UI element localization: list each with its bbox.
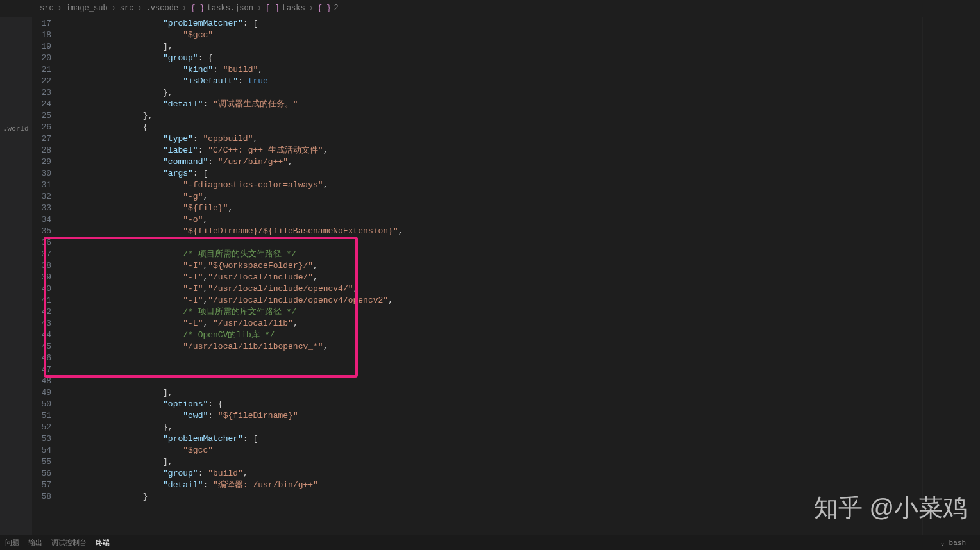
explorer-file-label[interactable]: .world [3, 125, 29, 133]
editor-main: .world _sub… 171819202122232425262728293… [0, 17, 980, 535]
code-line[interactable]: "detail": "编译器: /usr/bin/g++" [63, 479, 922, 491]
code-token: "group" [163, 53, 198, 63]
code-line[interactable]: "$gcc" [63, 29, 922, 41]
panel-tab[interactable]: 调试控制台 [51, 538, 87, 547]
code-line[interactable]: "-I","/usr/local/include/", [63, 272, 922, 283]
line-number: 33 [32, 203, 51, 214]
code-token: "label" [163, 146, 198, 155]
code-line[interactable]: ], [63, 387, 922, 399]
code-token: : [193, 134, 203, 144]
code-line[interactable] [63, 237, 922, 249]
line-number: 39 [32, 272, 51, 283]
code-line[interactable]: "-fdiagnostics-color=always", [63, 179, 922, 191]
code-token: "/usr/local/include/opencv4/opencv2" [208, 296, 388, 305]
code-line[interactable] [63, 353, 922, 364]
line-number: 37 [32, 249, 51, 260]
code-token: /* 项目所需的库文件路径 */ [183, 307, 296, 317]
code-line[interactable]: "/usr/local/lib/libopencv_*", [63, 341, 922, 353]
code-token: , [353, 284, 359, 294]
line-number: 53 [32, 433, 51, 445]
line-number: 31 [32, 179, 51, 191]
code-line[interactable] [63, 376, 922, 387]
code-line[interactable]: "-o", [63, 214, 922, 226]
code-line[interactable]: "isDefault": true [63, 76, 922, 87]
code-token: "detail" [163, 99, 203, 109]
code-token: ], [163, 388, 173, 397]
code-line[interactable]: "command": "/usr/bin/g++", [63, 156, 922, 168]
code-line[interactable]: "group": { [63, 53, 922, 64]
line-number: 58 [32, 491, 51, 503]
breadcrumb-separator: › [137, 4, 142, 13]
code-token: "problemMatcher" [163, 434, 243, 444]
breadcrumb-item[interactable]: tasks.json [207, 4, 253, 13]
code-token: "调试器生成的任务。" [213, 99, 298, 109]
code-line[interactable]: ], [63, 456, 922, 468]
code-line[interactable]: "-I","/usr/local/include/opencv4/opencv2… [63, 295, 922, 306]
code-token: } [143, 492, 148, 501]
code-line[interactable]: "-L", "/usr/local/lib", [63, 318, 922, 329]
code-token: , [228, 203, 233, 213]
code-line[interactable]: "args": [ [63, 168, 922, 179]
code-line[interactable]: "$gcc" [63, 445, 922, 456]
line-number: 57 [32, 479, 51, 491]
code-token: "kind" [183, 65, 213, 74]
code-line[interactable]: "-I","/usr/local/include/opencv4/", [63, 283, 922, 295]
code-line[interactable]: "${fileDirname}/${fileBasenameNoExtensio… [63, 226, 922, 237]
line-number: 24 [32, 99, 51, 110]
breadcrumb-item[interactable]: image_sub [66, 4, 108, 13]
code-token: "args" [163, 169, 193, 178]
code-line[interactable]: "detail": "调试器生成的任务。" [63, 99, 922, 110]
breadcrumb-item[interactable]: .vscode [146, 4, 178, 13]
code-line[interactable]: "problemMatcher": [ [63, 433, 922, 445]
code-line[interactable]: }, [63, 87, 922, 99]
code-line[interactable]: "group": "build", [63, 468, 922, 479]
code-line[interactable]: "-I","${workspaceFolder}/", [63, 260, 922, 272]
code-token: "/usr/local/lib" [213, 319, 293, 328]
panel-tab[interactable]: 问题 [5, 538, 19, 547]
activity-bar[interactable] [0, 17, 32, 535]
line-number: 56 [32, 468, 51, 479]
code-line[interactable]: "cwd": "${fileDirname}" [63, 410, 922, 422]
code-token: "-I" [183, 296, 203, 305]
code-line[interactable] [63, 364, 922, 376]
code-token: "build" [208, 469, 243, 478]
code-editor[interactable]: "problemMatcher": [ "$gcc" ], "group": {… [63, 17, 922, 535]
line-number: 23 [32, 87, 51, 99]
breadcrumb-item[interactable]: src [40, 4, 54, 13]
line-number: 30 [32, 168, 51, 179]
code-line[interactable]: "kind": "build", [63, 64, 922, 76]
line-number: 29 [32, 156, 51, 168]
code-token: : [ [243, 19, 258, 28]
panel-tab[interactable]: 输出 [28, 538, 42, 547]
code-token: , [253, 134, 258, 144]
code-line[interactable]: { [63, 122, 922, 133]
breadcrumb-item[interactable]: tasks [282, 4, 305, 13]
code-line[interactable]: /* 项目所需的头文件路径 */ [63, 249, 922, 260]
code-token: , [313, 261, 318, 271]
code-line[interactable]: /* 项目所需的库文件路径 */ [63, 306, 922, 318]
code-line[interactable]: "problemMatcher": [ [63, 18, 922, 29]
breadcrumb-separator: › [58, 4, 62, 13]
code-line[interactable]: "type": "cppbuild", [63, 133, 922, 145]
code-line[interactable]: }, [63, 110, 922, 122]
line-number: 49 [32, 387, 51, 399]
line-number: 47 [32, 364, 51, 376]
code-line[interactable]: ], [63, 41, 922, 53]
panel-tab[interactable]: 终端 [96, 538, 110, 547]
code-token: : [203, 480, 213, 490]
code-line[interactable]: "label": "C/C++: g++ 生成活动文件", [63, 145, 922, 156]
breadcrumb[interactable]: src›image_sub›src›.vscode›{ }tasks.json›… [0, 0, 980, 17]
code-line[interactable]: "options": { [63, 399, 922, 410]
code-token: "-o" [183, 215, 203, 224]
code-line[interactable]: "-g", [63, 191, 922, 203]
code-token: "options" [163, 399, 208, 409]
code-token: , [258, 65, 263, 74]
minimap[interactable] [922, 17, 980, 535]
code-line[interactable]: "${file}", [63, 203, 922, 214]
terminal-shell-selector[interactable]: ⌄ bash [940, 538, 966, 547]
breadcrumb-item[interactable]: 2 [334, 4, 339, 13]
breadcrumb-item[interactable]: src [120, 4, 134, 13]
code-line[interactable]: } [63, 491, 922, 503]
code-line[interactable]: /* OpenCV的lib库 */ [63, 329, 922, 341]
code-line[interactable]: }, [63, 422, 922, 433]
